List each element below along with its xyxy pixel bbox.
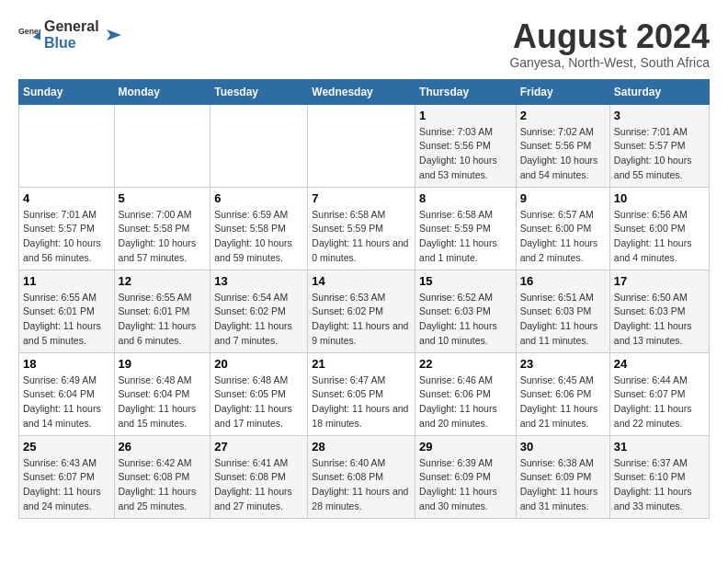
header: General General Blue August 2024 Ganyesa… bbox=[18, 18, 710, 70]
calendar-cell: 18Sunrise: 6:49 AMSunset: 6:04 PMDayligh… bbox=[19, 352, 115, 435]
day-info: Sunrise: 6:52 AMSunset: 6:03 PMDaylight:… bbox=[419, 291, 512, 349]
day-number: 24 bbox=[614, 357, 705, 371]
calendar-cell: 1Sunrise: 7:03 AMSunset: 5:56 PMDaylight… bbox=[415, 104, 517, 187]
calendar-cell: 30Sunrise: 6:38 AMSunset: 6:09 PMDayligh… bbox=[516, 435, 609, 518]
day-info: Sunrise: 6:58 AMSunset: 5:59 PMDaylight:… bbox=[419, 208, 512, 266]
day-info: Sunrise: 6:55 AMSunset: 6:01 PMDaylight:… bbox=[23, 291, 110, 349]
day-info: Sunrise: 7:01 AMSunset: 5:57 PMDaylight:… bbox=[23, 208, 110, 266]
logo-general: General bbox=[44, 18, 99, 34]
day-number: 22 bbox=[419, 357, 512, 371]
page-title: August 2024 bbox=[509, 18, 710, 55]
day-info: Sunrise: 6:56 AMSunset: 6:00 PMDaylight:… bbox=[614, 208, 705, 266]
weekday-header: Sunday bbox=[19, 79, 115, 104]
day-number: 9 bbox=[520, 191, 606, 205]
day-number: 14 bbox=[312, 274, 411, 288]
calendar-cell: 11Sunrise: 6:55 AMSunset: 6:01 PMDayligh… bbox=[19, 270, 115, 352]
day-info: Sunrise: 6:58 AMSunset: 5:59 PMDaylight:… bbox=[312, 208, 411, 266]
day-info: Sunrise: 6:41 AMSunset: 6:08 PMDaylight:… bbox=[214, 456, 303, 514]
day-info: Sunrise: 6:38 AMSunset: 6:09 PMDaylight:… bbox=[520, 456, 606, 514]
calendar-cell: 31Sunrise: 6:37 AMSunset: 6:10 PMDayligh… bbox=[609, 435, 709, 518]
logo-blue: Blue bbox=[44, 35, 76, 51]
day-number: 23 bbox=[520, 357, 606, 371]
calendar-cell: 13Sunrise: 6:54 AMSunset: 6:02 PMDayligh… bbox=[210, 270, 308, 352]
weekday-header: Thursday bbox=[415, 79, 517, 104]
calendar-cell: 21Sunrise: 6:47 AMSunset: 6:05 PMDayligh… bbox=[308, 352, 415, 435]
day-number: 30 bbox=[520, 440, 606, 454]
calendar-cell: 2Sunrise: 7:02 AMSunset: 5:56 PMDaylight… bbox=[516, 104, 609, 187]
day-number: 2 bbox=[520, 109, 606, 122]
day-number: 29 bbox=[419, 440, 512, 454]
day-number: 11 bbox=[23, 274, 110, 288]
day-number: 25 bbox=[23, 440, 110, 454]
calendar-week-row: 18Sunrise: 6:49 AMSunset: 6:04 PMDayligh… bbox=[19, 352, 710, 435]
day-number: 31 bbox=[614, 440, 705, 454]
weekday-header: Wednesday bbox=[308, 79, 415, 104]
day-info: Sunrise: 6:50 AMSunset: 6:03 PMDaylight:… bbox=[614, 291, 705, 349]
day-info: Sunrise: 6:44 AMSunset: 6:07 PMDaylight:… bbox=[614, 373, 705, 431]
calendar-cell bbox=[19, 104, 115, 187]
title-block: August 2024 Ganyesa, North-West, South A… bbox=[509, 18, 710, 70]
day-info: Sunrise: 7:01 AMSunset: 5:57 PMDaylight:… bbox=[614, 125, 705, 183]
logo-arrow-icon bbox=[103, 26, 121, 44]
calendar-cell bbox=[308, 104, 415, 187]
day-info: Sunrise: 6:42 AMSunset: 6:08 PMDaylight:… bbox=[119, 456, 207, 514]
calendar-cell: 20Sunrise: 6:48 AMSunset: 6:05 PMDayligh… bbox=[210, 352, 308, 435]
day-info: Sunrise: 6:39 AMSunset: 6:09 PMDaylight:… bbox=[419, 456, 512, 514]
day-number: 1 bbox=[419, 109, 512, 122]
calendar-cell: 7Sunrise: 6:58 AMSunset: 5:59 PMDaylight… bbox=[308, 187, 415, 270]
day-info: Sunrise: 6:54 AMSunset: 6:02 PMDaylight:… bbox=[214, 291, 303, 349]
day-number: 21 bbox=[312, 357, 411, 371]
day-info: Sunrise: 6:46 AMSunset: 6:06 PMDaylight:… bbox=[419, 373, 512, 431]
calendar-week-row: 1Sunrise: 7:03 AMSunset: 5:56 PMDaylight… bbox=[19, 104, 710, 187]
calendar-cell: 15Sunrise: 6:52 AMSunset: 6:03 PMDayligh… bbox=[415, 270, 517, 352]
weekday-header: Monday bbox=[114, 79, 210, 104]
logo: General General Blue bbox=[18, 18, 121, 52]
calendar-cell: 17Sunrise: 6:50 AMSunset: 6:03 PMDayligh… bbox=[609, 270, 709, 352]
day-number: 20 bbox=[214, 357, 303, 371]
day-number: 7 bbox=[312, 191, 411, 205]
calendar-cell: 10Sunrise: 6:56 AMSunset: 6:00 PMDayligh… bbox=[609, 187, 709, 270]
calendar-cell: 14Sunrise: 6:53 AMSunset: 6:02 PMDayligh… bbox=[308, 270, 415, 352]
day-number: 13 bbox=[214, 274, 303, 288]
calendar-cell: 5Sunrise: 7:00 AMSunset: 5:58 PMDaylight… bbox=[114, 187, 210, 270]
day-number: 27 bbox=[214, 440, 303, 454]
calendar-cell: 6Sunrise: 6:59 AMSunset: 5:58 PMDaylight… bbox=[210, 187, 308, 270]
day-number: 28 bbox=[312, 440, 411, 454]
day-number: 18 bbox=[23, 357, 110, 371]
day-number: 17 bbox=[614, 274, 705, 288]
calendar-cell: 23Sunrise: 6:45 AMSunset: 6:06 PMDayligh… bbox=[516, 352, 609, 435]
weekday-header: Saturday bbox=[609, 79, 709, 104]
calendar-header-row: SundayMondayTuesdayWednesdayThursdayFrid… bbox=[19, 79, 710, 104]
day-number: 19 bbox=[119, 357, 207, 371]
page-subtitle: Ganyesa, North-West, South Africa bbox=[509, 55, 710, 70]
calendar-cell: 25Sunrise: 6:43 AMSunset: 6:07 PMDayligh… bbox=[19, 435, 115, 518]
day-info: Sunrise: 6:57 AMSunset: 6:00 PMDaylight:… bbox=[520, 208, 606, 266]
calendar-cell: 4Sunrise: 7:01 AMSunset: 5:57 PMDaylight… bbox=[19, 187, 115, 270]
day-info: Sunrise: 6:45 AMSunset: 6:06 PMDaylight:… bbox=[520, 373, 606, 431]
day-number: 4 bbox=[23, 191, 110, 205]
calendar-table: SundayMondayTuesdayWednesdayThursdayFrid… bbox=[18, 79, 710, 519]
day-info: Sunrise: 6:53 AMSunset: 6:02 PMDaylight:… bbox=[312, 291, 411, 349]
day-info: Sunrise: 6:51 AMSunset: 6:03 PMDaylight:… bbox=[520, 291, 606, 349]
day-number: 3 bbox=[614, 109, 705, 122]
calendar-week-row: 25Sunrise: 6:43 AMSunset: 6:07 PMDayligh… bbox=[19, 435, 710, 518]
day-number: 5 bbox=[119, 191, 207, 205]
calendar-week-row: 4Sunrise: 7:01 AMSunset: 5:57 PMDaylight… bbox=[19, 187, 710, 270]
day-number: 10 bbox=[614, 191, 705, 205]
calendar-cell: 24Sunrise: 6:44 AMSunset: 6:07 PMDayligh… bbox=[609, 352, 709, 435]
calendar-cell: 12Sunrise: 6:55 AMSunset: 6:01 PMDayligh… bbox=[114, 270, 210, 352]
weekday-header: Tuesday bbox=[210, 79, 308, 104]
calendar-cell: 29Sunrise: 6:39 AMSunset: 6:09 PMDayligh… bbox=[415, 435, 517, 518]
calendar-cell bbox=[114, 104, 210, 187]
calendar-week-row: 11Sunrise: 6:55 AMSunset: 6:01 PMDayligh… bbox=[19, 270, 710, 352]
calendar-cell: 28Sunrise: 6:40 AMSunset: 6:08 PMDayligh… bbox=[308, 435, 415, 518]
calendar-cell: 19Sunrise: 6:48 AMSunset: 6:04 PMDayligh… bbox=[114, 352, 210, 435]
day-info: Sunrise: 7:02 AMSunset: 5:56 PMDaylight:… bbox=[520, 125, 606, 183]
calendar-cell: 16Sunrise: 6:51 AMSunset: 6:03 PMDayligh… bbox=[516, 270, 609, 352]
calendar-cell bbox=[210, 104, 308, 187]
day-info: Sunrise: 6:59 AMSunset: 5:58 PMDaylight:… bbox=[214, 208, 303, 266]
calendar-cell: 8Sunrise: 6:58 AMSunset: 5:59 PMDaylight… bbox=[415, 187, 517, 270]
svg-marker-2 bbox=[107, 29, 121, 40]
day-info: Sunrise: 6:37 AMSunset: 6:10 PMDaylight:… bbox=[614, 456, 705, 514]
calendar-cell: 26Sunrise: 6:42 AMSunset: 6:08 PMDayligh… bbox=[114, 435, 210, 518]
